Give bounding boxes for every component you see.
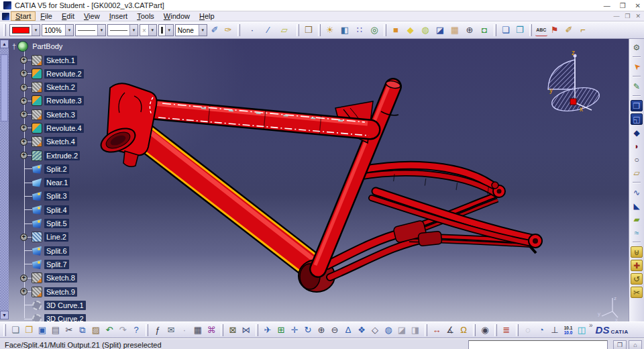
power-input-expand-button[interactable]: ❐ xyxy=(613,340,627,349)
fill-icon[interactable]: ▰ xyxy=(631,213,643,225)
chevron-down-icon[interactable]: ▾ xyxy=(148,25,156,36)
paste-icon[interactable]: ▨ xyxy=(90,324,102,336)
capture-icon[interactable]: ◉ xyxy=(479,324,491,336)
copy-icon[interactable]: ⧉ xyxy=(76,324,89,336)
toolbar-grip[interactable] xyxy=(494,324,497,336)
swap-space-icon[interactable]: ◨ xyxy=(409,324,421,336)
tree-item-split-6[interactable]: Split.6 xyxy=(9,245,123,256)
point-icon[interactable]: · xyxy=(246,24,258,36)
tree-root-partbody[interactable]: †PartBody xyxy=(9,40,123,52)
menu-start[interactable]: Start xyxy=(11,11,36,21)
expander-plus-icon[interactable]: + xyxy=(20,97,28,105)
redo-icon[interactable]: ↷ xyxy=(117,324,129,336)
links-icon[interactable]: ⋈ xyxy=(240,324,252,336)
tree-item-3d-curve-1[interactable]: 3D Curve.1 xyxy=(9,299,123,311)
normal-view-icon[interactable]: ∆ xyxy=(342,324,354,336)
view-hidden-line-icon[interactable]: ▦ xyxy=(449,24,461,36)
open-box-icon[interactable]: ❒ xyxy=(303,24,315,36)
scroll-down-button[interactable]: ▼ xyxy=(0,311,9,319)
iso-view-icon[interactable]: ◇ xyxy=(369,324,381,336)
view-material-icon[interactable]: ◍ xyxy=(419,24,431,36)
expander-plus-icon[interactable]: + xyxy=(20,84,28,91)
expander-plus-icon[interactable]: + xyxy=(20,138,28,146)
fit-all-in-icon[interactable]: ⊞ xyxy=(275,324,287,336)
cylinder-icon[interactable]: ○ xyxy=(631,154,643,165)
tree-item-revolute-3[interactable]: +Revolute.3 xyxy=(9,95,123,107)
restore-button[interactable]: ❐ xyxy=(620,2,626,9)
extrude-surface-icon[interactable]: ▱ xyxy=(631,167,643,179)
minimize-button[interactable]: — xyxy=(604,2,610,9)
formula-icon[interactable]: ƒ xyxy=(152,324,164,336)
opacity-dropdown[interactable]: 100% ▾ xyxy=(42,24,74,36)
save-icon[interactable]: ▣ xyxy=(36,324,48,336)
axis-system-icon[interactable]: ⊥ xyxy=(549,324,561,336)
scroll-up-button[interactable]: ▲ xyxy=(0,40,9,48)
tree-item-sketch-2[interactable]: +Sketch.2 xyxy=(9,82,123,93)
product-structure-icon[interactable]: ⌘ xyxy=(205,324,217,336)
tile-horizontally-icon[interactable]: ❏ xyxy=(500,24,512,36)
toolbar-grip[interactable] xyxy=(297,24,299,36)
units-icon[interactable]: 10.110.0 xyxy=(562,324,574,336)
toolbar-grip[interactable] xyxy=(425,324,427,336)
toolbar-grip[interactable] xyxy=(473,324,476,336)
menu-edit[interactable]: Edit xyxy=(57,12,79,20)
cut-icon[interactable]: ✂ xyxy=(63,324,75,336)
tree-item-sketch-3[interactable]: +Sketch.3 xyxy=(9,109,123,120)
close-surface-icon[interactable]: ◗ xyxy=(631,140,643,152)
whats-this-icon[interactable]: ? xyxy=(130,324,142,336)
chevron-down-icon[interactable]: ▾ xyxy=(65,25,73,36)
toolbar-grip[interactable] xyxy=(529,24,532,36)
annotation-painter-icon[interactable]: ✐ xyxy=(563,24,575,36)
chevron-down-icon[interactable]: ▾ xyxy=(165,25,173,36)
power-input-history-button[interactable]: ⌂ xyxy=(629,340,642,349)
tree-item-3d-curve-2[interactable]: 3D Curve.2 xyxy=(9,313,123,321)
tree-item-split-2[interactable]: Split.2 xyxy=(9,163,123,174)
fill-color-dropdown[interactable]: ▾ xyxy=(9,24,40,36)
tile-vertically-icon[interactable]: ❐ xyxy=(514,24,526,36)
render-style-icon[interactable]: ◍ xyxy=(382,324,394,336)
line-weight-dropdown[interactable]: ▾ xyxy=(107,24,138,36)
expander-plus-icon[interactable]: + xyxy=(20,288,28,295)
plane-icon[interactable]: ▱ xyxy=(278,24,290,36)
expander-plus-icon[interactable]: + xyxy=(20,234,28,241)
pan-icon[interactable]: ✛ xyxy=(288,324,301,336)
tree-item-line-2[interactable]: +Line.2 xyxy=(9,232,123,243)
chevron-down-icon[interactable]: ▾ xyxy=(32,25,40,36)
design-table-icon[interactable]: ▦ xyxy=(192,324,204,336)
light-source-icon[interactable]: ☀ xyxy=(324,24,336,36)
menu-help[interactable]: Help xyxy=(195,12,219,20)
update-icon[interactable]: ◔ xyxy=(535,324,547,336)
recycle-icon[interactable]: ◌ xyxy=(522,324,534,336)
tree-scrollbar[interactable]: ▲ ▼ xyxy=(0,40,9,319)
copy-graphic-properties-icon[interactable]: ✑ xyxy=(222,24,234,36)
expander-plus-icon[interactable]: + xyxy=(20,275,28,282)
thickness-dropdown[interactable]: ▾ xyxy=(158,24,174,36)
point-symbol-dropdown[interactable]: × ▾ xyxy=(140,24,157,36)
new-icon[interactable]: ❏ xyxy=(9,324,21,336)
toolbar-grip[interactable] xyxy=(256,324,258,336)
undo-icon[interactable]: ↶ xyxy=(103,324,115,336)
select-cursor-icon[interactable]: ➤ xyxy=(629,58,644,75)
flag-note-icon[interactable]: ⚑ xyxy=(549,24,561,36)
scrollbar-thumb[interactable] xyxy=(1,54,8,121)
tree-item-sketch-4[interactable]: +Sketch.4 xyxy=(9,136,123,148)
expander-plus-icon[interactable]: + xyxy=(20,152,28,159)
tree-item-extrude-2[interactable]: +Extrude.2 xyxy=(9,150,123,161)
render-material-dropdown[interactable]: None ▾ xyxy=(175,24,207,36)
power-input-field[interactable] xyxy=(468,340,608,349)
wedge-icon[interactable]: ◣ xyxy=(631,200,643,211)
chevron-down-icon[interactable]: ▾ xyxy=(199,25,207,36)
tree-item-split-5[interactable]: Split.5 xyxy=(9,218,123,230)
pad-icon[interactable]: ❒ xyxy=(631,100,643,111)
menu-file[interactable]: File xyxy=(36,12,57,20)
view-shading-icon[interactable]: ■ xyxy=(390,24,402,36)
disassemble-icon[interactable]: ✂ xyxy=(631,287,643,298)
view-perspective-icon[interactable]: ⊕ xyxy=(464,24,476,36)
snap-to-point-icon[interactable]: ◎ xyxy=(368,24,380,36)
doc-restore-button[interactable]: ❐ xyxy=(625,13,630,19)
multi-view-icon[interactable]: ❖ xyxy=(356,324,368,336)
close-button[interactable]: ✕ xyxy=(635,2,641,9)
tree-item-sketch-8[interactable]: +Sketch.8 xyxy=(9,272,123,284)
view-ground-icon[interactable]: ◘ xyxy=(478,24,490,36)
tree-item-sketch-9[interactable]: +Sketch.9 xyxy=(9,286,123,297)
